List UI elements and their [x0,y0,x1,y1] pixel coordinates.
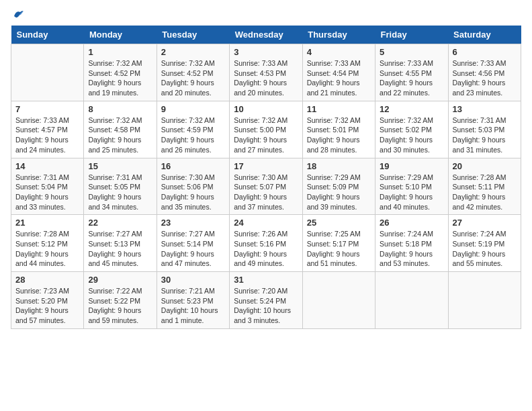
day-info: Sunrise: 7:32 AMSunset: 5:01 PMDaylight:… [307,116,371,155]
weekday-header-tuesday: Tuesday [157,26,229,44]
weekday-header-saturday: Saturday [448,26,521,44]
week-row-4: 21Sunrise: 7:28 AMSunset: 5:12 PMDayligh… [11,215,521,272]
day-number: 26 [380,218,443,228]
day-number: 27 [453,218,517,228]
calendar-cell: 17Sunrise: 7:30 AMSunset: 5:07 PMDayligh… [230,158,302,215]
calendar-cell: 27Sunrise: 7:24 AMSunset: 5:19 PMDayligh… [448,215,521,272]
calendar-cell: 25Sunrise: 7:25 AMSunset: 5:17 PMDayligh… [302,215,375,272]
day-info: Sunrise: 7:33 AMSunset: 4:57 PMDaylight:… [15,116,79,155]
day-info: Sunrise: 7:30 AMSunset: 5:06 PMDaylight:… [161,173,225,212]
calendar-cell: 28Sunrise: 7:23 AMSunset: 5:20 PMDayligh… [11,272,84,329]
day-info: Sunrise: 7:22 AMSunset: 5:22 PMDaylight:… [88,286,152,326]
calendar-cell [375,272,448,329]
day-info: Sunrise: 7:31 AMSunset: 5:04 PMDaylight:… [15,173,79,212]
day-info: Sunrise: 7:28 AMSunset: 5:12 PMDaylight:… [15,229,79,269]
header [11,11,521,20]
day-info: Sunrise: 7:32 AMSunset: 5:02 PMDaylight:… [380,116,443,155]
day-info: Sunrise: 7:24 AMSunset: 5:19 PMDaylight:… [453,229,517,269]
day-info: Sunrise: 7:20 AMSunset: 5:24 PMDaylight:… [234,286,298,326]
day-number: 3 [234,47,298,57]
week-row-3: 14Sunrise: 7:31 AMSunset: 5:04 PMDayligh… [11,158,521,215]
calendar-cell [302,272,375,329]
day-info: Sunrise: 7:33 AMSunset: 4:54 PMDaylight:… [307,58,371,98]
calendar-cell: 29Sunrise: 7:22 AMSunset: 5:22 PMDayligh… [84,272,157,329]
weekday-header-friday: Friday [375,26,448,44]
logo-bird-icon [12,8,24,20]
day-info: Sunrise: 7:32 AMSunset: 4:52 PMDaylight:… [161,58,225,98]
calendar-cell: 5Sunrise: 7:33 AMSunset: 4:55 PMDaylight… [375,44,448,101]
weekday-header-thursday: Thursday [302,26,375,44]
day-number: 13 [453,104,517,114]
calendar-cell: 2Sunrise: 7:32 AMSunset: 4:52 PMDaylight… [157,44,229,101]
calendar-cell: 21Sunrise: 7:28 AMSunset: 5:12 PMDayligh… [11,215,84,272]
calendar-cell [11,44,84,101]
calendar-cell: 4Sunrise: 7:33 AMSunset: 4:54 PMDaylight… [302,44,375,101]
day-number: 15 [88,161,152,171]
calendar-cell: 19Sunrise: 7:29 AMSunset: 5:10 PMDayligh… [375,158,448,215]
day-number: 11 [307,104,371,114]
day-info: Sunrise: 7:33 AMSunset: 4:53 PMDaylight:… [234,58,298,98]
day-number: 6 [453,47,517,57]
calendar-cell: 1Sunrise: 7:32 AMSunset: 4:52 PMDaylight… [84,44,157,101]
calendar-cell: 23Sunrise: 7:27 AMSunset: 5:14 PMDayligh… [157,215,229,272]
calendar-cell: 26Sunrise: 7:24 AMSunset: 5:18 PMDayligh… [375,215,448,272]
week-row-5: 28Sunrise: 7:23 AMSunset: 5:20 PMDayligh… [11,272,521,329]
day-info: Sunrise: 7:33 AMSunset: 4:56 PMDaylight:… [453,58,517,98]
day-info: Sunrise: 7:33 AMSunset: 4:55 PMDaylight:… [380,58,443,98]
calendar-cell: 8Sunrise: 7:32 AMSunset: 4:58 PMDaylight… [84,101,157,158]
calendar-cell: 7Sunrise: 7:33 AMSunset: 4:57 PMDaylight… [11,101,84,158]
day-info: Sunrise: 7:32 AMSunset: 4:58 PMDaylight:… [88,116,152,155]
day-number: 18 [307,161,371,171]
day-number: 24 [234,218,298,228]
day-number: 9 [161,104,225,114]
day-number: 16 [161,161,225,171]
day-info: Sunrise: 7:27 AMSunset: 5:14 PMDaylight:… [161,229,225,269]
weekday-header-wednesday: Wednesday [230,26,302,44]
calendar-table: SundayMondayTuesdayWednesdayThursdayFrid… [11,26,521,329]
day-info: Sunrise: 7:32 AMSunset: 5:00 PMDaylight:… [234,116,298,155]
day-number: 22 [88,218,152,228]
day-number: 29 [88,275,152,285]
weekday-header-monday: Monday [84,26,157,44]
day-info: Sunrise: 7:32 AMSunset: 4:59 PMDaylight:… [161,116,225,155]
day-number: 23 [161,218,225,228]
calendar-cell: 14Sunrise: 7:31 AMSunset: 5:04 PMDayligh… [11,158,84,215]
day-number: 21 [15,218,79,228]
day-number: 4 [307,47,371,57]
weekday-header-sunday: Sunday [11,26,84,44]
day-number: 14 [15,161,79,171]
calendar-cell: 10Sunrise: 7:32 AMSunset: 5:00 PMDayligh… [230,101,302,158]
day-info: Sunrise: 7:27 AMSunset: 5:13 PMDaylight:… [88,229,152,269]
calendar-cell: 3Sunrise: 7:33 AMSunset: 4:53 PMDaylight… [230,44,302,101]
day-number: 7 [15,104,79,114]
day-info: Sunrise: 7:30 AMSunset: 5:07 PMDaylight:… [234,173,298,212]
weekday-header-row: SundayMondayTuesdayWednesdayThursdayFrid… [11,26,521,44]
week-row-2: 7Sunrise: 7:33 AMSunset: 4:57 PMDaylight… [11,101,521,158]
day-info: Sunrise: 7:32 AMSunset: 4:52 PMDaylight:… [88,58,152,98]
day-number: 2 [161,47,225,57]
day-number: 5 [380,47,443,57]
day-number: 31 [234,275,298,285]
calendar-cell: 20Sunrise: 7:28 AMSunset: 5:11 PMDayligh… [448,158,521,215]
logo [11,11,24,20]
day-number: 8 [88,104,152,114]
day-info: Sunrise: 7:31 AMSunset: 5:03 PMDaylight:… [453,116,517,155]
day-number: 25 [307,218,371,228]
calendar-cell: 31Sunrise: 7:20 AMSunset: 5:24 PMDayligh… [230,272,302,329]
day-number: 19 [380,161,443,171]
day-info: Sunrise: 7:29 AMSunset: 5:09 PMDaylight:… [307,173,371,212]
day-info: Sunrise: 7:29 AMSunset: 5:10 PMDaylight:… [380,173,443,212]
day-number: 10 [234,104,298,114]
calendar-cell: 6Sunrise: 7:33 AMSunset: 4:56 PMDaylight… [448,44,521,101]
day-info: Sunrise: 7:23 AMSunset: 5:20 PMDaylight:… [15,286,79,326]
day-info: Sunrise: 7:25 AMSunset: 5:17 PMDaylight:… [307,229,371,269]
calendar-cell: 13Sunrise: 7:31 AMSunset: 5:03 PMDayligh… [448,101,521,158]
calendar-cell: 16Sunrise: 7:30 AMSunset: 5:06 PMDayligh… [157,158,229,215]
calendar-cell [448,272,521,329]
calendar-cell: 9Sunrise: 7:32 AMSunset: 4:59 PMDaylight… [157,101,229,158]
calendar-cell: 24Sunrise: 7:26 AMSunset: 5:16 PMDayligh… [230,215,302,272]
day-info: Sunrise: 7:31 AMSunset: 5:05 PMDaylight:… [88,173,152,212]
day-number: 30 [161,275,225,285]
day-info: Sunrise: 7:28 AMSunset: 5:11 PMDaylight:… [453,173,517,212]
calendar-cell: 12Sunrise: 7:32 AMSunset: 5:02 PMDayligh… [375,101,448,158]
